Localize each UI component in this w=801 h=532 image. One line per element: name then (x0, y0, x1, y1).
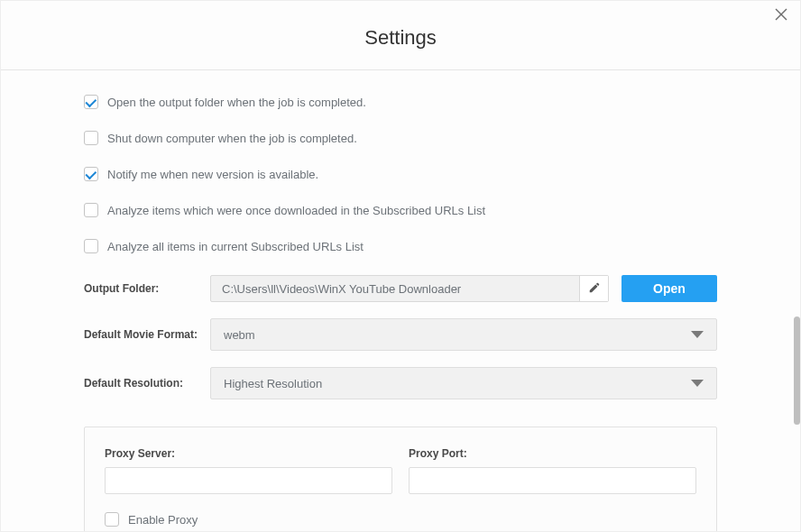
checkbox-analyze-all[interactable] (84, 239, 98, 253)
checkbox-row-shut-down[interactable]: Shut down computer when the job is compl… (84, 131, 717, 145)
checkbox-row-open-output[interactable]: Open the output folder when the job is c… (84, 95, 717, 109)
default-resolution-row: Default Resolution: Highest Resolution (84, 367, 717, 399)
default-resolution-select[interactable]: Highest Resolution (210, 367, 717, 399)
default-format-select[interactable]: webm (210, 318, 717, 351)
checkbox-row-notify-version[interactable]: Notify me when new version is available. (84, 167, 717, 181)
checkbox-label: Shut down computer when the job is compl… (107, 132, 357, 145)
default-format-row: Default Movie Format: webm (84, 318, 717, 351)
proxy-panel: Proxy Server: Proxy Port: Enable Proxy (84, 427, 717, 531)
checkbox-analyze-once-downloaded[interactable] (84, 203, 98, 217)
header-divider (1, 69, 800, 70)
checkbox-label: Analyze items which were once downloaded… (107, 204, 485, 217)
enable-proxy-row[interactable]: Enable Proxy (105, 512, 696, 527)
proxy-server-label: Proxy Server: (105, 447, 392, 460)
edit-output-folder-button[interactable] (579, 276, 608, 301)
output-folder-group: C:\Users\ll\Videos\WinX YouTube Download… (210, 275, 717, 302)
output-folder-row: Output Folder: C:\Users\ll\Videos\WinX Y… (84, 275, 717, 302)
output-folder-label: Output Folder: (84, 282, 210, 295)
default-format-value: webm (224, 328, 255, 342)
checkbox-notify-version[interactable] (84, 167, 98, 181)
enable-proxy-label: Enable Proxy (128, 513, 198, 527)
pencil-icon (588, 281, 601, 297)
chevron-down-icon (691, 331, 704, 338)
proxy-port-input[interactable] (409, 467, 696, 494)
proxy-port-column: Proxy Port: (409, 447, 696, 494)
checkbox-label: Analyze all items in current Subscribed … (107, 240, 364, 253)
output-folder-path: C:\Users\ll\Videos\WinX YouTube Download… (211, 276, 579, 301)
checkbox-label: Notify me when new version is available. (107, 168, 318, 181)
checkbox-open-output[interactable] (84, 95, 98, 109)
content: Open the output folder when the job is c… (1, 78, 800, 531)
checkbox-row-analyze-once-downloaded[interactable]: Analyze items which were once downloaded… (84, 203, 717, 217)
checkbox-enable-proxy[interactable] (105, 512, 119, 527)
page-title: Settings (1, 1, 800, 69)
vertical-scrollbar-thumb[interactable] (794, 316, 800, 425)
checkbox-row-analyze-all[interactable]: Analyze all items in current Subscribed … (84, 239, 717, 253)
proxy-server-column: Proxy Server: (105, 447, 392, 494)
default-resolution-value: Highest Resolution (224, 377, 322, 390)
close-icon[interactable] (775, 8, 789, 23)
content-scroll[interactable]: Open the output folder when the job is c… (1, 78, 800, 531)
default-format-label: Default Movie Format: (84, 328, 210, 341)
proxy-server-input[interactable] (105, 467, 392, 494)
default-resolution-label: Default Resolution: (84, 377, 210, 390)
proxy-port-label: Proxy Port: (409, 447, 696, 460)
proxy-grid: Proxy Server: Proxy Port: (105, 447, 696, 494)
open-button-label: Open (653, 281, 686, 296)
settings-window: Settings Open the output folder when the… (0, 0, 801, 532)
checkbox-label: Open the output folder when the job is c… (107, 96, 366, 109)
chevron-down-icon (691, 380, 704, 387)
output-folder-field: C:\Users\ll\Videos\WinX YouTube Download… (210, 275, 609, 302)
checkbox-shut-down[interactable] (84, 131, 98, 145)
open-output-folder-button[interactable]: Open (621, 275, 717, 302)
